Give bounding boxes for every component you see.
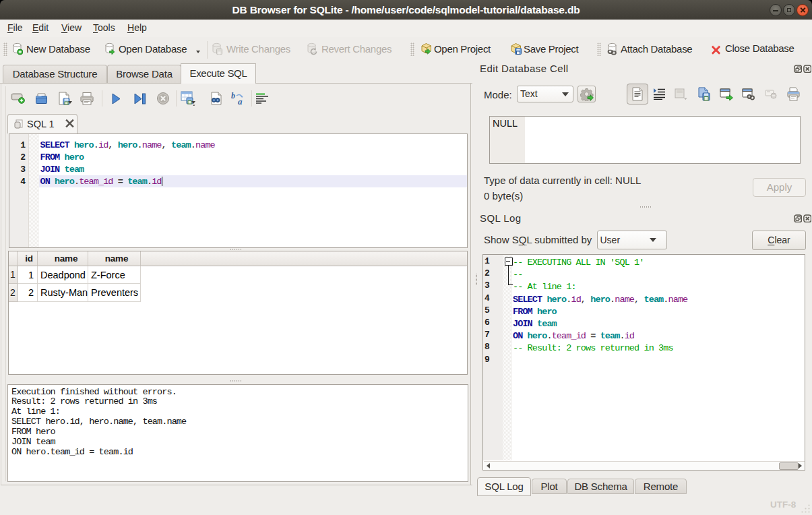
svg-text:b: b [231,92,235,100]
svg-text:a: a [238,96,243,105]
